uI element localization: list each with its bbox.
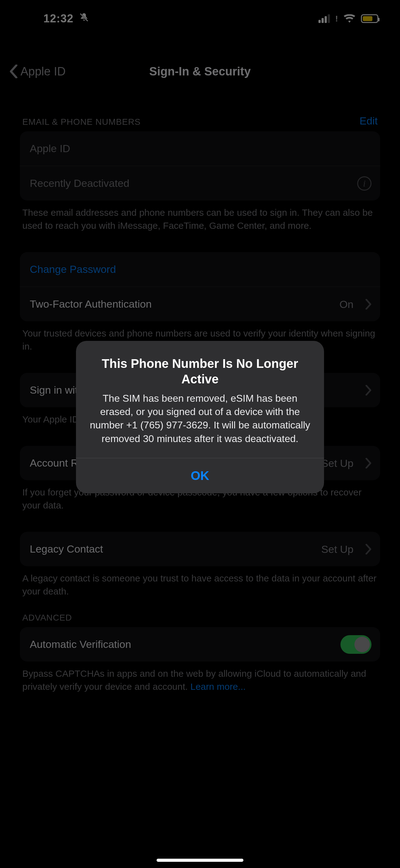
alert-ok-button[interactable]: OK bbox=[76, 458, 324, 493]
home-indicator[interactable] bbox=[157, 859, 243, 862]
alert-dialog: This Phone Number Is No Longer Active Th… bbox=[76, 341, 324, 493]
alert-title: This Phone Number Is No Longer Active bbox=[88, 356, 312, 387]
alert-message: The SIM has been removed, eSIM has been … bbox=[88, 392, 312, 445]
